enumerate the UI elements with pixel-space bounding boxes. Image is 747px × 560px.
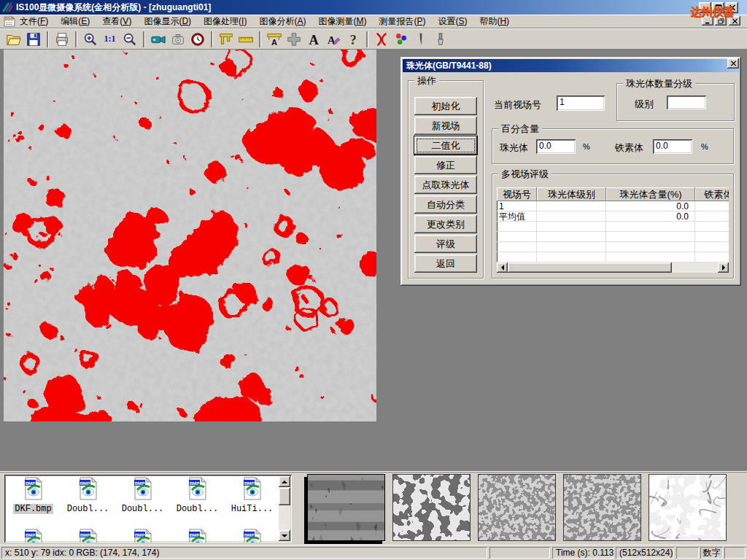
bmp-file-icon: BMP <box>24 477 43 503</box>
file-list-scrollbar[interactable] <box>279 476 290 541</box>
file-item-row2-1[interactable]: BMP <box>6 529 61 542</box>
op-button-4[interactable]: 修正 <box>414 156 477 174</box>
menu-M[interactable]: 图像测量(M) <box>318 15 366 28</box>
ferrite-percent-input[interactable]: 0.0 <box>653 139 692 154</box>
file-item-2[interactable]: BMPDoubl... <box>61 477 115 514</box>
zoom-in-icon[interactable] <box>81 31 99 48</box>
annotate-icon[interactable]: A <box>324 31 342 48</box>
file-item-row2-5[interactable]: BMP <box>225 529 279 542</box>
percent-legend: 百分含量 <box>498 122 542 136</box>
scroll-down-button[interactable] <box>279 530 290 541</box>
svg-text:A: A <box>309 33 319 47</box>
count-balls-icon[interactable] <box>392 31 410 48</box>
status-image-size: (512x512x24) <box>616 547 674 559</box>
table-cell <box>497 252 537 262</box>
table-horizontal-scrollbar[interactable] <box>497 262 729 273</box>
op-button-2[interactable]: 新视场 <box>414 117 477 135</box>
grade-input[interactable] <box>667 96 706 109</box>
curve-red-icon[interactable] <box>372 31 390 48</box>
scroll-left-button[interactable] <box>497 262 508 273</box>
op-button-8[interactable]: 评级 <box>414 235 477 253</box>
image-thumbnail-1[interactable] <box>307 474 385 541</box>
file-item-row2-2[interactable]: BMP <box>61 529 115 542</box>
table-row-3[interactable] <box>497 222 729 232</box>
menu-E[interactable]: 编辑(E) <box>61 15 90 28</box>
close-button[interactable] <box>726 2 738 13</box>
table-row-4[interactable] <box>497 232 729 242</box>
op-button-9[interactable]: 返回 <box>414 254 477 273</box>
scroll-thumb[interactable] <box>508 262 672 273</box>
image-thumbnail-2[interactable] <box>392 474 471 541</box>
image-thumbnail-5[interactable] <box>649 474 727 541</box>
title-bar: IS100显微摄像系统(金相分析版) - [zhuguangti01] <box>0 0 747 15</box>
zoom-out-icon[interactable] <box>120 31 139 48</box>
menu-A[interactable]: 图像分析(A) <box>259 15 306 28</box>
maximize-button[interactable] <box>712 2 724 13</box>
menu-F[interactable]: 文件(F) <box>20 15 48 28</box>
op-button-3[interactable]: 二值化 <box>414 136 477 155</box>
file-item-4[interactable]: BMPDoubl... <box>170 477 225 514</box>
operation-buttons: 初始化新视场二值化修正点取珠光体自动分类更改类别评级返回 <box>409 97 483 274</box>
pen-icon[interactable] <box>411 31 430 48</box>
camera-icon[interactable] <box>169 31 187 48</box>
ruler-icon[interactable] <box>236 31 255 48</box>
scroll-up-button[interactable] <box>279 476 290 487</box>
multiview-table[interactable]: 视场号珠光体级别珠光体含量(%)铁素体含量(%) 10.0平均值0.0 <box>497 187 729 273</box>
menu-H[interactable]: 帮助(H) <box>479 15 509 28</box>
menu-I[interactable]: 图像处理(I) <box>204 15 247 28</box>
file-item-5[interactable]: BMPHuiTi... <box>225 477 279 514</box>
menu-V[interactable]: 查看(V) <box>102 15 131 28</box>
toolbar-separator <box>75 31 77 47</box>
table-header-1[interactable]: 视场号 <box>497 187 537 201</box>
grid-icon[interactable] <box>285 31 303 48</box>
table-cell <box>537 201 606 211</box>
table-cell <box>537 242 606 252</box>
table-header-3[interactable]: 珠光体含量(%) <box>606 187 695 201</box>
measure-text-icon[interactable]: A <box>265 31 283 48</box>
menu-S[interactable]: 设置(S) <box>438 15 467 28</box>
video-camera-icon[interactable] <box>149 31 167 48</box>
op-button-7[interactable]: 更改类别 <box>414 215 477 233</box>
status-empty-3 <box>724 547 746 559</box>
dialog-title-bar[interactable]: 珠光体(GB/T9441-88) <box>403 59 739 72</box>
menu-D[interactable]: 图像显示(D) <box>144 15 191 28</box>
image-thumbnail-3[interactable] <box>478 474 556 541</box>
print-icon[interactable] <box>53 31 71 48</box>
child-minimize-button[interactable] <box>702 16 713 26</box>
child-close-button[interactable] <box>729 16 740 26</box>
table-row-1[interactable]: 10.0 <box>497 201 729 211</box>
brush-icon[interactable] <box>431 31 449 48</box>
child-restore-button[interactable] <box>715 16 727 26</box>
text-icon[interactable]: A <box>304 31 322 48</box>
scroll-thumb-vertical[interactable] <box>279 488 290 505</box>
image-thumbnail-4[interactable] <box>563 474 641 541</box>
scroll-right-button[interactable] <box>718 262 729 273</box>
table-row-5[interactable] <box>497 242 729 252</box>
table-row-6[interactable] <box>497 252 729 262</box>
save-icon[interactable] <box>24 31 42 48</box>
pearlite-label: 珠光体 <box>500 141 528 155</box>
current-field-input[interactable]: 1 <box>557 96 605 111</box>
table-cell <box>695 242 729 252</box>
minimize-button[interactable] <box>699 2 711 13</box>
dialog-close-button[interactable] <box>727 58 739 69</box>
file-item-row2-4[interactable]: BMP <box>170 529 225 542</box>
metallograph-image[interactable] <box>4 50 376 421</box>
help-icon[interactable]: ? <box>344 31 362 48</box>
clock-icon[interactable] <box>188 31 206 48</box>
table-header-2[interactable]: 珠光体级别 <box>537 187 606 201</box>
open-icon[interactable] <box>4 31 23 48</box>
op-button-5[interactable]: 点取珠光体 <box>414 176 477 194</box>
file-item-3[interactable]: BMPDoubl... <box>115 477 170 514</box>
op-button-6[interactable]: 自动分类 <box>414 195 477 214</box>
table-header-4[interactable]: 铁素体含量(%) <box>695 187 729 201</box>
caliper-icon[interactable] <box>217 31 235 48</box>
file-item-row2-3[interactable]: BMP <box>115 529 170 542</box>
table-row-2[interactable]: 平均值0.0 <box>497 211 729 222</box>
menu-P[interactable]: 测量报告(P) <box>379 15 425 28</box>
pearlite-percent-input[interactable]: 0.0 <box>536 139 576 154</box>
file-item-1[interactable]: BMPDKF.bmp <box>6 477 61 514</box>
op-button-1[interactable]: 初始化 <box>414 97 477 115</box>
file-browser[interactable]: BMPDKF.bmpBMPDoubl...BMPDoubl...BMPDoubl… <box>4 475 292 542</box>
actual-size-icon[interactable]: 1:1 <box>101 31 119 48</box>
